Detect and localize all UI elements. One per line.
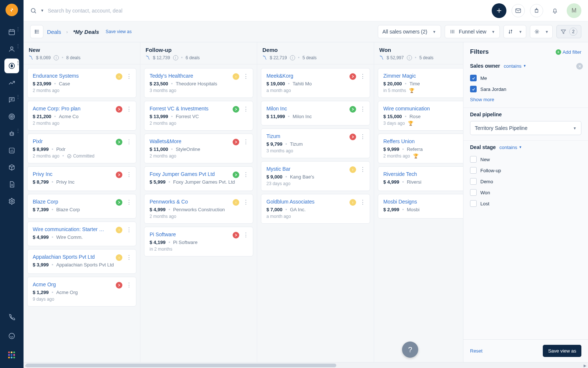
sidebar-item-automation[interactable]: ⋮ [4,126,19,141]
sidebar-item-settings[interactable] [4,194,19,209]
deal-card[interactable]: !⋮Appalachian Sports Pvt Ltd$ 3,999•Appa… [27,249,136,274]
filter-op-dropdown[interactable]: contains ▼ [499,145,522,150]
card-menu-icon[interactable]: ⋮ [126,226,132,233]
show-more-link[interactable]: Show more [470,95,494,102]
view-list-icon[interactable] [30,25,43,38]
card-menu-icon[interactable]: ⋮ [360,133,366,140]
app-logo[interactable] [6,4,18,16]
card-menu-icon[interactable]: ⋮ [243,171,249,178]
card-menu-icon[interactable]: ⋮ [243,231,249,238]
save-view-link[interactable]: Save view as [106,29,132,34]
sort-dropdown[interactable]: ▼ [503,25,526,38]
search-input[interactable] [48,8,158,14]
column-body[interactable]: !⋮Teddy's Healthcare$ 23,500•Theodore Ho… [140,64,257,263]
deal-card[interactable]: ⋮Forrest VC & Investments$ 13,999•Forres… [144,101,253,131]
deal-title[interactable]: Acme Org [33,282,106,287]
deal-card[interactable]: ⋮Reffers Union$ 9,999•Referra2 months ag… [378,134,463,163]
deal-card[interactable]: ⋮Mosbi Designs$ 2,999•Mosbi [378,194,463,219]
deal-title[interactable]: Wire communication: Starter … [33,226,106,232]
deal-title[interactable]: Mystic Bar [266,166,340,172]
deal-title[interactable]: Privy Inc [33,171,106,177]
kanban-board[interactable]: New〽$ 8,069 i•8 deals!⋮Endurance Systems… [24,42,463,362]
card-menu-icon[interactable]: ⋮ [243,73,249,80]
deal-card[interactable]: ⋮Zimmer Magic$ 20,000•Timein 5 months 🏆 [378,68,463,98]
sidebar-item-goals[interactable] [4,109,19,124]
sidebar-item-reports[interactable] [4,143,19,158]
save-view-button[interactable]: Save view as [543,345,581,357]
sidebar-item-analytics[interactable] [4,75,19,90]
deal-card[interactable]: ⋮Tizum$ 9,799•Tizum3 months ago [261,128,370,158]
deal-title[interactable]: Goldblum Associates [266,199,340,205]
deal-title[interactable]: Riverside Tech [383,171,457,177]
sales-owners-dropdown[interactable]: All sales owners (2)▼ [378,25,441,38]
card-menu-icon[interactable]: ⋮ [360,73,366,80]
sidebar-item-chat[interactable] [4,329,19,343]
checkbox[interactable] [470,167,477,174]
sidebar-item-contacts[interactable]: ⋮ [4,42,19,56]
sidebar-item-products[interactable] [4,160,19,175]
card-menu-icon[interactable]: ⋮ [126,199,132,206]
notifications-icon[interactable] [548,4,562,17]
deal-card[interactable]: ⋮Milon Inc$ 11,999•Milon Inc [261,101,370,125]
deal-title[interactable]: Pennworks & Co [150,199,223,205]
card-menu-icon[interactable]: ⋮ [126,138,132,145]
checkbox[interactable] [470,156,477,163]
deal-card[interactable]: ⋮Wallets&More$ 11,000•StyleOnline2 month… [144,134,253,163]
horizontal-scrollbar[interactable]: ◀▶ [24,362,588,368]
deal-card[interactable]: !⋮Wire communication: Starter …$ 4,999•W… [27,222,136,246]
checkbox[interactable] [470,200,477,207]
deal-title[interactable]: Endurance Systems [33,73,106,79]
deal-title[interactable]: Teddy's Healthcare [150,73,223,79]
card-menu-icon[interactable]: ⋮ [243,106,249,113]
deal-card[interactable]: ⋮Privy Inc$ 8,799•Privy Inc [27,166,136,191]
checkbox[interactable] [470,178,477,185]
sidebar-item-apps[interactable] [4,348,19,362]
sidebar-item-phone[interactable] [4,309,19,324]
freddy-icon[interactable] [530,4,543,17]
deal-title[interactable]: Appalachian Sports Pvt Ltd [33,254,106,260]
deal-title[interactable]: Wallets&More [150,138,223,144]
deal-title[interactable]: Forrest VC & Investments [150,106,223,112]
deal-title[interactable]: Blaze Corp [33,199,106,205]
reset-filters-link[interactable]: Reset [470,348,483,354]
deal-title[interactable]: Mosbi Designs [383,199,457,205]
sidebar-item-conversations[interactable]: ⋮ [4,92,19,107]
breadcrumb-deals[interactable]: Deals [47,29,61,35]
deal-card[interactable]: ⋮Pi Software$ 4,199•Pi Softwarein 2 mont… [144,227,253,256]
card-menu-icon[interactable]: ⋮ [243,199,249,206]
deal-title[interactable]: Pi Software [150,231,223,237]
deal-card[interactable]: !⋮Goldblum Associates$ 7,000•GA Inc.a mo… [261,194,370,224]
deal-card[interactable]: !⋮Endurance Systems$ 23,999•Case2 months… [27,68,136,98]
deal-title[interactable]: Tizum [266,133,340,139]
column-body[interactable]: ⋮Zimmer Magic$ 20,000•Timein 5 months 🏆⋮… [374,64,463,225]
card-menu-icon[interactable]: ⋮ [126,73,132,80]
avatar[interactable]: M [567,3,581,18]
info-icon[interactable]: i [173,55,178,60]
sidebar-item-documents[interactable] [4,177,19,192]
deal-title[interactable]: Reffers Union [383,138,457,144]
card-menu-icon[interactable]: ⋮ [126,282,132,289]
pipeline-select[interactable]: Territory Sales Pipeline▼ [470,121,581,135]
deal-card[interactable]: ⋮Meek&Korg$ 19,000•Tahiti Moa month ago [261,68,370,98]
filter-op-dropdown[interactable]: contains ▼ [504,63,526,69]
add-button[interactable] [492,3,506,18]
info-icon[interactable]: i [54,55,59,60]
deal-title[interactable]: Pixlr [33,138,106,144]
card-menu-icon[interactable]: ⋮ [126,106,132,113]
deal-title[interactable]: Foxy Jumper Games Pvt Ltd [150,171,223,177]
deal-card[interactable]: ⋮Acme Org$ 1,299•Acme Org9 days ago [27,277,136,307]
deal-card[interactable]: !⋮Teddy's Healthcare$ 23,500•Theodore Ho… [144,68,253,98]
deal-card[interactable]: ⋮Pixlr$ 8,999•Pixlr2 months ago•Committe… [27,134,136,163]
deal-card[interactable]: ⋮Blaze Corp$ 7,399•Blaze Corp [27,194,136,219]
settings-dropdown[interactable]: ▼ [530,25,553,38]
deal-title[interactable]: Wire communication [383,106,457,112]
info-icon[interactable]: i [407,55,412,60]
view-mode-dropdown[interactable]: Funnel view▼ [445,25,500,38]
sidebar-item-deals[interactable]: $⋮ [4,59,19,73]
remove-filter-icon[interactable]: ✕ [576,63,583,70]
search-dropdown-caret[interactable]: ▼ [40,8,44,13]
search-icon[interactable] [30,7,37,14]
column-body[interactable]: !⋮Endurance Systems$ 23,999•Case2 months… [24,64,140,313]
deal-title[interactable]: Meek&Korg [266,73,340,79]
card-menu-icon[interactable]: ⋮ [360,199,366,206]
